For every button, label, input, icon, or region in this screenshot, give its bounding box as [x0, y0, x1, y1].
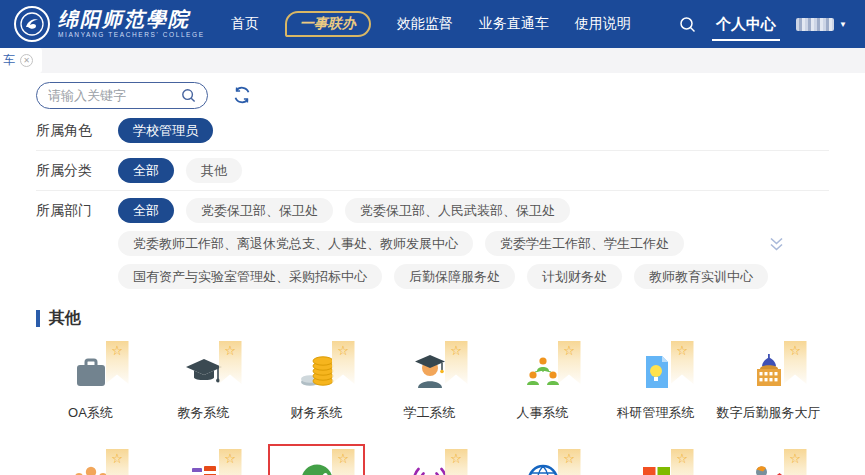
favorite-ribbon[interactable]: ☆ — [332, 341, 355, 384]
favorite-ribbon[interactable]: ☆ — [671, 341, 694, 384]
menu-item-1[interactable]: 一事联办 — [285, 11, 371, 37]
refresh-icon[interactable] — [232, 85, 252, 105]
app-card-check-circle[interactable]: ☆VPN — [260, 449, 373, 475]
check-circle-icon — [297, 459, 337, 475]
star-icon: ☆ — [676, 341, 688, 384]
filter-pill[interactable]: 全部 — [118, 158, 174, 183]
app-card-ms-squares[interactable]: ☆正版化服务 — [599, 449, 712, 475]
app-label: 财务系统 — [291, 404, 343, 422]
app-card-coins[interactable]: ☆财务系统 — [260, 341, 373, 431]
teachers-group-icon — [71, 459, 111, 475]
filter-pill[interactable]: 国有资产与实验室管理处、采购招标中心 — [118, 264, 382, 289]
app-card-student[interactable]: ☆学工系统 — [373, 341, 486, 431]
tab-label: 车 — [3, 52, 15, 69]
star-icon: ☆ — [789, 449, 801, 475]
browser-tab-strip: 车 ✕ — [0, 48, 865, 73]
college-logo[interactable]: 绵阳师范學院 MIANYANG TEACHERS' COLLEGE — [14, 6, 205, 42]
app-card-carsi-globe[interactable]: ☆CARSI教育资源共享 — [486, 449, 599, 475]
filter-label: 所属部门 — [36, 198, 98, 289]
favorite-ribbon[interactable]: ☆ — [219, 341, 242, 384]
app-label: 数字后勤服务大厅 — [717, 404, 821, 422]
search-toolbar — [36, 79, 865, 111]
keyword-search-box[interactable] — [36, 82, 208, 109]
coins-icon — [297, 351, 337, 393]
org-chart-icon — [523, 351, 563, 393]
app-card-teachers-group[interactable]: ☆教师发展数字平台 — [34, 449, 147, 475]
active-page-tab[interactable]: 车 ✕ — [0, 48, 42, 73]
app-label: OA系统 — [68, 404, 113, 422]
star-icon: ☆ — [789, 341, 801, 384]
magnifier-icon[interactable] — [181, 88, 196, 103]
favorite-ribbon[interactable]: ☆ — [558, 341, 581, 384]
app-card-books[interactable]: ☆图书管理系统 — [147, 449, 260, 475]
star-icon: ☆ — [111, 341, 123, 384]
search-icon[interactable] — [679, 16, 696, 33]
filter-pill[interactable]: 党委教师工作部、离退休党总支、人事处、教师发展中心 — [118, 231, 473, 256]
menu-item-3[interactable]: 业务直通车 — [479, 15, 549, 33]
star-icon: ☆ — [563, 449, 575, 475]
menu-item-2[interactable]: 效能监督 — [397, 15, 453, 33]
filter-pill[interactable]: 计划财务处 — [527, 264, 622, 289]
carsi-globe-icon: CARSI — [523, 459, 563, 475]
close-icon[interactable]: ✕ — [20, 54, 33, 67]
apps-grid: ☆OA系统☆教务系统☆财务系统☆学工系统☆人事系统☆科研管理系统☆数字后勤服务大… — [0, 335, 865, 475]
filter-row-0: 所属角色学校管理员 — [36, 111, 829, 150]
user-dropdown[interactable]: ▼ — [796, 18, 847, 31]
app-card-research-doc[interactable]: ☆科研管理系统 — [599, 341, 712, 431]
filter-pill[interactable]: 其他 — [186, 158, 242, 183]
app-card-building[interactable]: ☆数字后勤服务大厅 — [712, 341, 825, 431]
section-accent-bar — [36, 310, 40, 327]
college-name-en: MIANYANG TEACHERS' COLLEGE — [58, 32, 205, 39]
personal-center-link[interactable]: 个人中心 — [714, 3, 778, 46]
favorite-ribbon[interactable]: ☆ — [445, 341, 468, 384]
filter-pill[interactable]: 学校管理员 — [118, 118, 213, 143]
menu-item-0[interactable]: 首页 — [231, 15, 259, 33]
caret-down-icon: ▼ — [839, 20, 847, 29]
section-title: 其他 — [49, 308, 81, 329]
filter-pill[interactable]: 党委学生工作部、学生工作处 — [485, 231, 684, 256]
seat-reservation-icon — [749, 459, 789, 475]
college-name: 绵阳师范學院 — [58, 9, 205, 29]
chevron-double-down-icon[interactable] — [768, 236, 785, 252]
star-icon: ☆ — [563, 341, 575, 384]
app-card-briefcase[interactable]: ☆OA系统 — [34, 341, 147, 431]
favorite-ribbon[interactable]: ☆ — [671, 449, 694, 475]
filter-pill[interactable]: 全部 — [118, 198, 174, 223]
wireless-icon — [410, 459, 450, 475]
favorite-ribbon[interactable]: ☆ — [106, 341, 129, 384]
filter-pill[interactable]: 党委保卫部、人民武装部、保卫处 — [345, 198, 570, 223]
section-header: 其他 — [36, 308, 865, 329]
college-seal-icon — [14, 6, 50, 42]
favorite-ribbon[interactable]: ☆ — [558, 449, 581, 475]
app-card-org-chart[interactable]: ☆人事系统 — [486, 341, 599, 431]
star-icon: ☆ — [224, 449, 236, 475]
star-icon: ☆ — [676, 449, 688, 475]
filter-pill[interactable]: 教师教育实训中心 — [634, 264, 768, 289]
filter-pill[interactable]: 后勤保障服务处 — [394, 264, 515, 289]
app-label: 科研管理系统 — [617, 404, 695, 422]
research-doc-icon — [636, 351, 676, 393]
favorite-ribbon[interactable]: ☆ — [784, 449, 807, 475]
favorite-ribbon[interactable]: ☆ — [219, 449, 242, 475]
navbar-menu: 首页一事联办效能监督业务直通车使用说明 — [231, 11, 631, 37]
building-icon — [749, 351, 789, 393]
favorite-ribbon[interactable]: ☆ — [784, 341, 807, 384]
books-icon — [184, 459, 224, 475]
star-icon: ☆ — [337, 449, 349, 475]
menu-item-4[interactable]: 使用说明 — [575, 15, 631, 33]
star-icon: ☆ — [111, 449, 123, 475]
star-icon: ☆ — [224, 341, 236, 384]
favorite-ribbon[interactable]: ☆ — [445, 449, 468, 475]
filter-pill[interactable]: 党委保卫部、保卫处 — [186, 198, 333, 223]
search-input[interactable] — [48, 88, 181, 103]
star-icon: ☆ — [450, 341, 462, 384]
app-card-graduation-cap[interactable]: ☆教务系统 — [147, 341, 260, 431]
filter-rows: 所属角色学校管理员所属分类全部其他所属部门全部党委保卫部、保卫处党委保卫部、人民… — [36, 111, 865, 296]
app-label: 人事系统 — [517, 404, 569, 422]
student-icon — [410, 351, 450, 393]
app-card-wireless[interactable]: ☆校园无线 — [373, 449, 486, 475]
favorite-ribbon[interactable]: ☆ — [332, 449, 355, 475]
star-icon: ☆ — [450, 449, 462, 475]
app-card-seat-reservation[interactable]: ☆图书馆座位预约 — [712, 449, 825, 475]
favorite-ribbon[interactable]: ☆ — [106, 449, 129, 475]
